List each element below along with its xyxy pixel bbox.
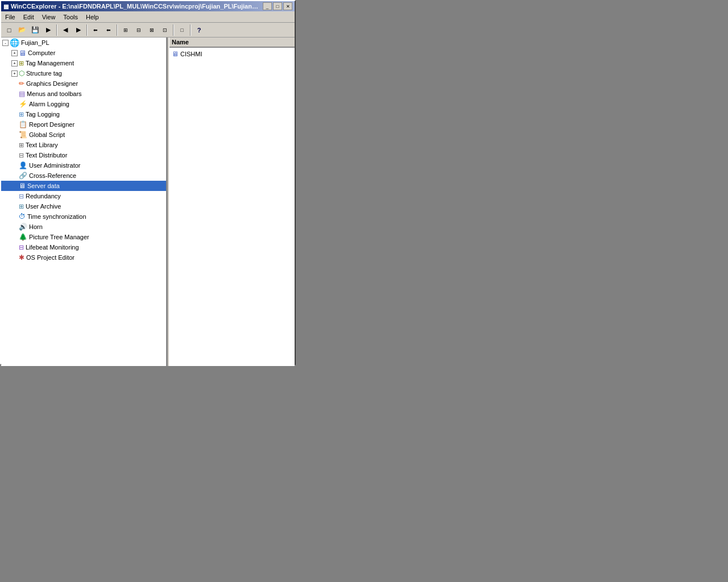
toolbar-props[interactable]: □ <box>176 24 188 36</box>
tree-item-timesync[interactable]: ⏱ Time synchronization <box>1 211 166 222</box>
tree-item-graphics[interactable]: ✏ Graphics Designer <box>1 78 166 89</box>
crossref-label: Cross-Reference <box>29 172 76 179</box>
toolbar-grid2[interactable]: ⊟ <box>133 24 145 36</box>
tree-item-alarm[interactable]: ⚡ Alarm Logging <box>1 99 166 109</box>
tree-item-tag-management[interactable]: + ⊞ Tag Management <box>1 58 166 68</box>
report-icon: 📋 <box>19 120 27 128</box>
toolbar-sep2 <box>86 24 88 36</box>
menu-bar: File Edit View Tools Help <box>1 11 295 23</box>
crossref-spacer <box>11 173 18 179</box>
graphics-label: Graphics Designer <box>26 80 78 87</box>
server-label: Server data <box>27 182 60 189</box>
crossref-icon: 🔗 <box>19 172 27 180</box>
toolbar-btn2[interactable]: ⬅ <box>102 24 115 36</box>
root-expand[interactable]: - <box>2 40 9 46</box>
toolbar-grid1[interactable]: ⊞ <box>119 24 132 36</box>
tag-mgmt-expand[interactable]: + <box>11 60 18 66</box>
toolbar: □ 📂 💾 ▶ ◀ ▶ ⬅ ⬅ ⊞ ⊟ ⊠ ⊡ □ ? <box>1 23 295 38</box>
toolbar-new[interactable]: □ <box>3 24 15 36</box>
script-label: Global Script <box>29 131 65 138</box>
toolbar-run[interactable]: ▶ <box>42 24 55 36</box>
horn-spacer <box>11 224 18 230</box>
toolbar-save[interactable]: 💾 <box>29 24 42 36</box>
menu-tools[interactable]: Tools <box>59 13 82 22</box>
horn-label: Horn <box>29 223 43 230</box>
struct-expand[interactable]: + <box>11 70 18 77</box>
toolbar-back[interactable]: ◀ <box>59 24 72 36</box>
timesync-label: Time synchronization <box>27 213 86 220</box>
main-window: ▦ WinCCExplorer - E:\na\FDNDRAPL\PL_MUL\… <box>0 0 296 365</box>
report-label: Report Designer <box>29 121 75 128</box>
toolbar-grid3[interactable]: ⊠ <box>146 24 158 36</box>
tree-item-lifebeat[interactable]: ⊟ Lifebeat Monitoring <box>1 242 166 252</box>
tree-item-user-admin[interactable]: 👤 User Administrator <box>1 160 166 171</box>
struct-label: Structure tag <box>26 70 62 77</box>
menu-view[interactable]: View <box>38 13 60 22</box>
tree-item-horn[interactable]: 🔊 Horn <box>1 222 166 232</box>
tree-item-crossref[interactable]: 🔗 Cross-Reference <box>1 171 166 181</box>
toolbar-help[interactable]: ? <box>193 24 205 36</box>
osprojed-label: OS Project Editor <box>26 254 75 261</box>
root-icon: 🌐 <box>10 38 19 47</box>
tree-item-archive[interactable]: ⊞ User Archive <box>1 201 166 211</box>
tree-item-script[interactable]: 📜 Global Script <box>1 130 166 140</box>
taglog-spacer <box>11 111 18 118</box>
tree-item-textlib[interactable]: ⊞ Text Library <box>1 140 166 150</box>
computer-icon: 🖥 <box>19 49 26 57</box>
textlib-label: Text Library <box>26 142 58 148</box>
toolbar-open[interactable]: 📂 <box>16 24 28 36</box>
tree-item-structure-tag[interactable]: + ⬡ Structure tag <box>1 68 166 78</box>
tree-item-report[interactable]: 📋 Report Designer <box>1 119 166 130</box>
archive-label: User Archive <box>26 203 61 210</box>
timesync-spacer <box>11 214 18 220</box>
minimize-button[interactable]: _ <box>263 2 272 10</box>
alarm-label: Alarm Logging <box>29 101 69 107</box>
archive-spacer <box>11 203 18 210</box>
cishmi-label: CISHMI <box>180 51 202 57</box>
tree-root-item[interactable]: - 🌐 Fujian_PL <box>1 38 166 48</box>
tree-item-menus[interactable]: ▤ Menus and toolbars <box>1 89 166 99</box>
lifebeat-icon: ⊟ <box>19 244 24 251</box>
toolbar-sep4 <box>173 24 174 36</box>
content-list: 🖥 CISHMI <box>169 48 295 366</box>
useradmin-icon: 👤 <box>19 161 27 169</box>
maximize-button[interactable]: □ <box>273 2 282 10</box>
toolbar-grid4[interactable]: ⊡ <box>159 24 171 36</box>
content-name-header: Name <box>172 39 189 45</box>
toolbar-sep5 <box>190 24 191 36</box>
toolbar-fwd[interactable]: ▶ <box>72 24 85 36</box>
server-spacer <box>11 183 18 189</box>
close-button[interactable]: ✕ <box>283 2 292 10</box>
tree-item-server[interactable]: 🖥 Server data <box>1 181 166 191</box>
redun-spacer <box>11 193 18 199</box>
tree-panel: - 🌐 Fujian_PL + 🖥 Computer + ⊞ Tag Manag… <box>1 38 167 366</box>
tree-item-computer[interactable]: + 🖥 Computer <box>1 48 166 58</box>
useradmin-label: User Administrator <box>29 162 80 169</box>
pictree-label: Picture Tree Manager <box>29 234 89 240</box>
taglog-icon: ⊞ <box>19 111 24 118</box>
menu-edit[interactable]: Edit <box>19 13 38 22</box>
root-label: Fujian_PL <box>21 39 49 46</box>
computer-label: Computer <box>28 49 55 56</box>
archive-icon: ⊞ <box>19 203 24 210</box>
tree-item-taglog[interactable]: ⊞ Tag Logging <box>1 109 166 119</box>
content-item-cishmi[interactable]: 🖥 CISHMI <box>169 49 295 59</box>
useradmin-spacer <box>11 163 18 169</box>
menus-label: Menus and toolbars <box>27 90 82 97</box>
tag-mgmt-label: Tag Management <box>26 60 74 66</box>
title-bar: ▦ WinCCExplorer - E:\na\FDNDRAPL\PL_MUL\… <box>1 1 295 11</box>
computer-expand[interactable]: + <box>11 50 18 56</box>
title-icon: ▦ <box>3 3 9 10</box>
pictree-spacer <box>11 234 18 240</box>
main-content: - 🌐 Fujian_PL + 🖥 Computer + ⊞ Tag Manag… <box>1 38 295 366</box>
toolbar-btn1[interactable]: ⬅ <box>89 24 102 36</box>
horn-icon: 🔊 <box>19 223 27 231</box>
menu-file[interactable]: File <box>1 13 19 22</box>
redun-icon: ⊟ <box>19 193 24 200</box>
tree-item-redundancy[interactable]: ⊟ Redundancy <box>1 191 166 201</box>
textlib-spacer <box>11 142 18 148</box>
tree-item-textdist[interactable]: ⊟ Text Distributor <box>1 150 166 160</box>
menu-help[interactable]: Help <box>82 13 103 22</box>
tree-item-picture-tree[interactable]: 🌲 Picture Tree Manager <box>1 232 166 242</box>
tree-item-osproject[interactable]: ✱ OS Project Editor <box>1 252 166 263</box>
